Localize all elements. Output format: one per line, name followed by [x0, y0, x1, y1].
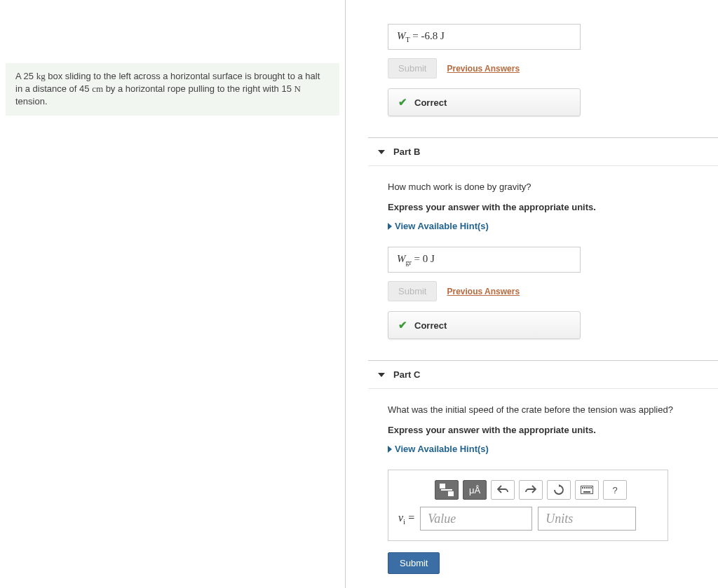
keyboard-button[interactable] — [575, 480, 599, 500]
submit-button-b: Submit — [388, 281, 437, 301]
hints-text: View Available Hint(s) — [395, 444, 489, 454]
problem-text: tension. — [15, 96, 48, 107]
part-b-header[interactable]: Part B — [368, 137, 718, 166]
answer-display-a: WT = -6.8 J — [388, 24, 581, 50]
units-input[interactable] — [538, 507, 636, 531]
correct-feedback-b: ✔ Correct — [388, 311, 581, 339]
submit-button-a: Submit — [388, 58, 437, 78]
problem-column: A 25 kg box sliding to the left across a… — [0, 0, 345, 588]
caret-right-icon — [388, 446, 392, 453]
answer-var: W — [397, 253, 406, 264]
redo-button[interactable] — [519, 480, 543, 500]
part-b-title: Part B — [393, 146, 420, 157]
answer-eq: = — [410, 30, 421, 41]
submit-button-c[interactable]: Submit — [388, 552, 440, 574]
part-c-header[interactable]: Part C — [368, 360, 718, 389]
answer-column: WT = -6.8 J Submit Previous Answers ✔ Co… — [345, 0, 718, 588]
answer-display-b: Wgr = 0 J — [388, 247, 581, 273]
submit-row-b: Submit Previous Answers — [388, 281, 718, 301]
unit-n: N — [294, 83, 300, 94]
unit-cm: cm — [92, 83, 103, 94]
hints-link-c[interactable]: View Available Hint(s) — [388, 444, 489, 454]
var-eq: = — [405, 512, 414, 524]
part-b-body: How much work is done by gravity? Expres… — [346, 166, 718, 339]
svg-rect-6 — [583, 491, 590, 493]
help-button[interactable]: ? — [603, 480, 627, 500]
answer-input-panel: μÅ ? vi = — [388, 470, 668, 541]
keyboard-icon — [581, 486, 593, 494]
answer-var: W — [397, 30, 406, 41]
input-row: vi = — [398, 507, 658, 531]
undo-icon — [497, 485, 508, 495]
reset-icon — [553, 484, 564, 495]
undo-button[interactable] — [491, 480, 515, 500]
part-c-question: What was the initial speed of the crate … — [388, 404, 718, 415]
svg-rect-5 — [590, 487, 592, 488]
part-b-question: How much work is done by gravity? — [388, 182, 718, 192]
unit-kg: kg — [36, 71, 46, 81]
correct-label: Correct — [414, 320, 447, 331]
answer-val: 0 J — [423, 253, 435, 264]
caret-down-icon — [378, 150, 385, 154]
fraction-icon — [440, 484, 454, 496]
correct-label: Correct — [414, 97, 447, 108]
part-c-body: What was the initial speed of the crate … — [346, 389, 718, 574]
problem-text: by a horizontal rope pulling to the righ… — [103, 83, 294, 94]
check-icon: ✔ — [398, 319, 407, 331]
svg-rect-4 — [588, 487, 590, 488]
submit-row-a: Submit Previous Answers — [388, 58, 718, 78]
svg-rect-3 — [586, 487, 588, 488]
previous-answers-link-b[interactable]: Previous Answers — [447, 287, 520, 296]
answer-val: -6.8 J — [421, 30, 445, 41]
previous-answers-link-a[interactable]: Previous Answers — [447, 64, 520, 74]
hints-link-b[interactable]: View Available Hint(s) — [388, 221, 489, 231]
part-b-instruction: Express your answer with the appropriate… — [388, 202, 718, 212]
answer-eq: = — [412, 253, 423, 264]
units-tool-button[interactable]: μÅ — [463, 480, 487, 500]
hints-text: View Available Hint(s) — [395, 221, 489, 231]
value-input[interactable] — [420, 507, 532, 531]
part-c-title: Part C — [393, 369, 420, 380]
part-a-content: WT = -6.8 J Submit Previous Answers ✔ Co… — [346, 24, 718, 116]
problem-text: A 25 — [15, 71, 36, 81]
reset-button[interactable] — [547, 480, 571, 500]
check-icon: ✔ — [398, 96, 407, 109]
input-toolbar: μÅ ? — [435, 480, 658, 500]
variable-label: vi = — [398, 512, 414, 526]
caret-right-icon — [388, 223, 392, 230]
part-c-instruction: Express your answer with the appropriate… — [388, 425, 718, 435]
submit-row-c: Submit — [388, 552, 718, 574]
fraction-tool-button[interactable] — [435, 480, 459, 500]
correct-feedback-a: ✔ Correct — [388, 88, 581, 116]
svg-rect-2 — [584, 487, 585, 488]
redo-icon — [525, 485, 536, 495]
problem-statement: A 25 kg box sliding to the left across a… — [6, 63, 339, 116]
svg-rect-1 — [582, 487, 583, 488]
answer-sub: gr — [406, 259, 412, 266]
caret-down-icon — [378, 373, 385, 377]
